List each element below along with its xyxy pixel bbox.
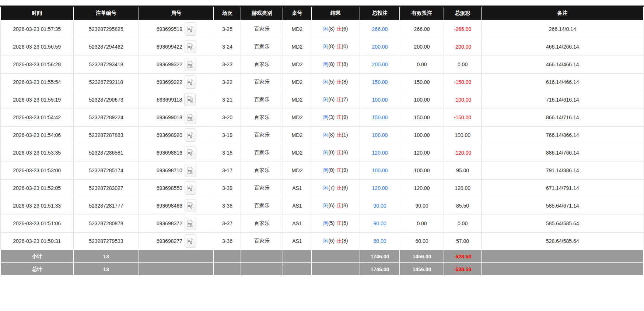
banker-result-label: 庄 <box>336 79 342 85</box>
bet-record-row: 2026-03-23 01:55:19 523287290673 6936991… <box>0 91 644 109</box>
video-replay-button[interactable] <box>185 22 196 36</box>
bet-id-cell: 523287289224 <box>73 109 139 126</box>
round-id-cell: 693699519 <box>139 20 214 38</box>
banker-result-label: 庄 <box>336 43 342 49</box>
bet-id-cell: 523287285174 <box>73 162 139 179</box>
game-type-cell: 百家乐 <box>241 73 283 91</box>
time-cell: 2026-03-23 01:54:42 <box>0 109 73 126</box>
round-id-value: 693698816 <box>157 150 182 156</box>
time-cell: 2026-03-23 01:50:31 <box>0 232 73 250</box>
video-replay-file-icon <box>187 237 193 245</box>
remark-cell: 886.14/766.14 <box>481 144 644 162</box>
round-id-cell: 693699322 <box>139 56 214 73</box>
bet-record-row: 2026-03-23 01:56:59 523287294462 6936994… <box>0 38 644 56</box>
remark-cell: 466.14/466.14 <box>481 56 644 73</box>
banker-result-score: (8) <box>342 79 348 85</box>
time-cell: 2026-03-23 01:56:28 <box>0 56 73 73</box>
player-result-label: 闲 <box>323 114 328 120</box>
table-body: 2026-03-23 01:57:35 523287295825 6936995… <box>0 20 644 250</box>
player-result-score: (8) <box>328 61 335 67</box>
banker-result-score: (8) <box>342 202 348 208</box>
player-result-label: 闲 <box>323 26 328 32</box>
remark-cell: 266.14/0.14 <box>481 20 644 38</box>
video-replay-button[interactable] <box>185 234 196 248</box>
video-replay-button[interactable] <box>184 93 196 106</box>
total-payout-cell: 95.00 <box>444 162 482 179</box>
banker-result-label: 庄 <box>336 185 342 191</box>
round-id-cell: 693699422 <box>139 38 214 56</box>
valid-bet-cell: 60.00 <box>400 232 444 250</box>
total-bet-cell: 120.00 <box>360 144 400 162</box>
round-id-value: 693698372 <box>157 220 182 226</box>
time-cell: 2026-03-23 01:54:06 <box>0 126 73 144</box>
video-replay-button[interactable] <box>185 58 196 71</box>
round-id-value: 693698920 <box>157 132 182 138</box>
video-replay-button[interactable] <box>185 199 196 212</box>
summary-label-cell: 小计 <box>0 250 73 263</box>
bet-id-cell: 523287281777 <box>73 197 139 215</box>
banker-result-label: 庄 <box>336 167 342 173</box>
column-header-result: 结果 <box>311 6 360 21</box>
player-result-label: 闲 <box>323 132 328 138</box>
player-result-score: (6) <box>328 96 335 102</box>
bet-id-cell: 523287287883 <box>73 126 139 144</box>
player-result-label: 闲 <box>323 202 328 208</box>
video-replay-file-icon <box>187 25 193 33</box>
round-id-cell: 693698816 <box>139 144 214 162</box>
total-bet-cell: 100.00 <box>360 162 400 179</box>
banker-result-label: 庄 <box>336 220 342 226</box>
round-id-cell: 693699018 <box>139 109 214 126</box>
bet-record-row: 2026-03-23 01:50:31 523287279533 6936982… <box>0 232 644 250</box>
round-id-value: 693699118 <box>157 97 182 103</box>
video-replay-file-icon <box>187 43 193 50</box>
round-id-cell: 693698550 <box>139 179 214 197</box>
bet-id-cell: 523287294462 <box>73 38 139 56</box>
player-result-score: (6) <box>328 238 335 244</box>
summary-empty-cell <box>214 250 241 263</box>
player-result-score: (8) <box>328 26 335 32</box>
video-replay-button[interactable] <box>185 75 196 89</box>
result-cell: 闲(6)庄(8) <box>311 232 360 250</box>
banker-result-score: (9) <box>342 114 348 120</box>
video-replay-button[interactable] <box>185 40 196 53</box>
video-replay-button[interactable] <box>185 217 196 230</box>
result-cell: 闲(3)庄(9) <box>311 109 360 126</box>
result-cell: 闲(5)庄(5) <box>311 215 360 232</box>
total-payout-cell: 85.50 <box>444 197 482 215</box>
total-bet-cell: 200.00 <box>360 56 400 73</box>
total-bet-cell: 100.00 <box>360 91 400 109</box>
summary-empty-cell <box>139 250 214 263</box>
video-replay-button[interactable] <box>185 128 196 142</box>
player-result-score: (8) <box>328 132 335 138</box>
video-replay-button[interactable] <box>185 164 196 177</box>
game-type-cell: 百家乐 <box>241 179 283 197</box>
valid-bet-cell: 150.00 <box>400 73 444 91</box>
table-no-cell: AS1 <box>283 215 311 232</box>
remark-cell: 616.14/466.14 <box>481 73 644 91</box>
total-payout-cell: -150.00 <box>444 109 482 126</box>
summary-empty-cell <box>311 250 360 263</box>
valid-bet-cell: 150.00 <box>400 109 444 126</box>
summary-empty-cell <box>241 263 283 276</box>
video-replay-button[interactable] <box>185 146 196 159</box>
video-replay-file-icon <box>187 114 193 121</box>
round-id-cell: 693698920 <box>139 126 214 144</box>
header-row: 时间注单编号局号场次游戏类别桌号结果总投注有效投注总派彩备注 <box>0 6 644 21</box>
result-cell: 闲(6)庄(7) <box>311 91 360 109</box>
summary-total-payout-cell: -528.50 <box>444 263 482 276</box>
round-id-value: 693698277 <box>157 238 182 244</box>
summary-label-cell: 总计 <box>0 263 73 276</box>
video-replay-button[interactable] <box>185 181 196 195</box>
bet-record-row: 2026-03-23 01:57:35 523287295825 6936995… <box>0 20 644 38</box>
remark-cell: 716.14/616.14 <box>481 91 644 109</box>
bet-id-cell: 523287292118 <box>73 73 139 91</box>
video-replay-button[interactable] <box>185 111 196 124</box>
banker-result-score: (6) <box>342 26 348 32</box>
column-header-time: 时间 <box>0 6 73 21</box>
column-header-round_id: 局号 <box>139 6 214 21</box>
session-cell: 3-23 <box>214 56 241 73</box>
table-no-cell: MD2 <box>283 126 311 144</box>
table-footer: 小计 13 1746.00 1456.00 -528.50 总计 13 1746… <box>0 250 644 276</box>
round-id-value: 693699018 <box>157 114 182 120</box>
total-payout-cell: 120.00 <box>444 179 482 197</box>
